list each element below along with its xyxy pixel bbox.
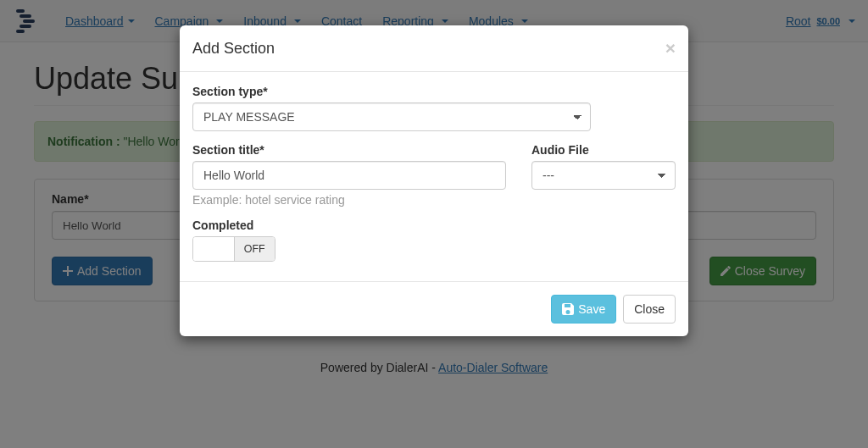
modal-title: Add Section	[192, 40, 275, 58]
modal-footer: Save Close	[180, 281, 688, 336]
modal-header: Add Section ×	[180, 25, 688, 72]
audio-file-label: Audio File	[531, 143, 676, 157]
section-title-help: Example: hotel service rating	[192, 193, 506, 207]
completed-label: Completed	[192, 218, 676, 232]
section-type-select[interactable]: PLAY MESSAGE	[192, 102, 591, 131]
toggle-off-half: OFF	[234, 237, 275, 261]
section-title-input[interactable]	[192, 161, 506, 190]
modal-body: Section type* PLAY MESSAGE Section title…	[180, 72, 688, 281]
section-type-label: Section type*	[192, 85, 676, 98]
audio-file-select[interactable]: ---	[531, 161, 676, 190]
close-button[interactable]: Close	[623, 295, 676, 324]
completed-toggle[interactable]: OFF	[192, 236, 275, 262]
section-title-label: Section title*	[192, 143, 506, 157]
save-button[interactable]: Save	[551, 295, 616, 324]
toggle-on-half	[193, 237, 234, 261]
close-icon: ×	[665, 38, 676, 58]
button-label: Save	[578, 302, 605, 316]
save-icon	[562, 303, 574, 315]
modal-close-button[interactable]: ×	[665, 38, 676, 58]
add-section-modal: Add Section × Section type* PLAY MESSAGE…	[180, 25, 688, 336]
